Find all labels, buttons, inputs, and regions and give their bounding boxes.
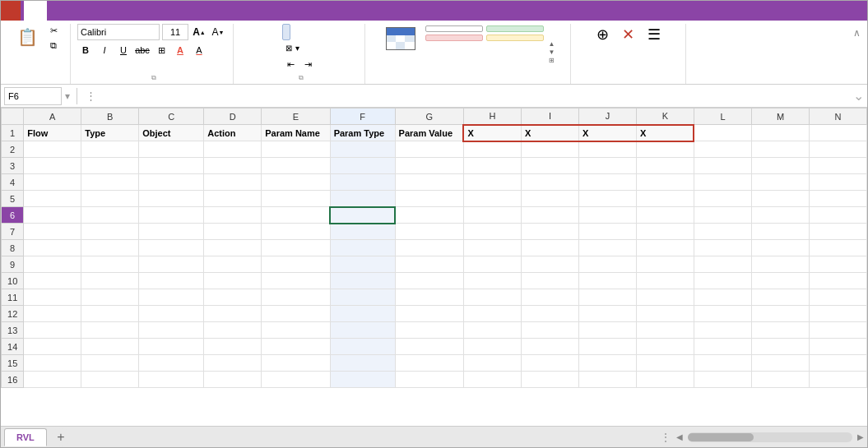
cell-H16[interactable] [463,372,521,388]
tab-spreadsheet[interactable] [24,1,47,21]
fill-color-button[interactable]: A [172,42,188,58]
formula-input[interactable] [114,90,852,102]
merge-dropdown-arrow[interactable]: ▾ [295,44,299,53]
cell-B4[interactable] [81,174,139,191]
cell-K6[interactable] [636,207,694,224]
cell-G3[interactable] [395,158,463,174]
cell-K15[interactable] [636,355,694,372]
cell-D4[interactable] [204,174,262,191]
cell-E7[interactable] [262,224,330,240]
col-header-A[interactable]: A [24,109,81,125]
cell-J5[interactable] [578,191,636,207]
add-sheet-button[interactable]: + [52,428,70,446]
col-header-L[interactable]: L [694,109,751,125]
col-header-G[interactable]: G [395,109,463,125]
cell-G1[interactable]: Param Value [395,125,463,141]
cell-B3[interactable] [81,158,139,174]
font-size-input[interactable] [162,24,188,40]
cell-I2[interactable] [521,141,578,158]
cell-G13[interactable] [395,322,463,339]
formula-bar-context[interactable]: ⋮ [82,88,99,104]
cell-N12[interactable] [809,306,866,322]
cell-F11[interactable] [330,289,395,306]
cell-L5[interactable] [694,191,751,207]
cell-N3[interactable] [809,158,866,174]
row-header-9[interactable]: 9 [2,256,24,273]
cell-L13[interactable] [694,322,751,339]
font-group-expand[interactable]: ⧉ [151,74,156,82]
insert-button[interactable]: ⊕ [592,24,614,45]
row-header-10[interactable]: 10 [2,273,24,289]
cell-G11[interactable] [395,289,463,306]
cell-F4[interactable] [330,174,395,191]
cell-J11[interactable] [578,289,636,306]
cell-J16[interactable] [578,372,636,388]
cell-M7[interactable] [751,224,809,240]
row-header-11[interactable]: 11 [2,289,24,306]
copy-button[interactable]: ⧉ [47,39,63,53]
col-header-E[interactable]: E [262,109,330,125]
scroll-left-button[interactable]: ◀ [676,432,683,441]
cell-I15[interactable] [521,355,578,372]
cell-H6[interactable] [463,207,521,224]
cell-A8[interactable] [24,240,81,256]
cell-D15[interactable] [204,355,262,372]
row-header-12[interactable]: 12 [2,306,24,322]
cell-C13[interactable] [139,322,204,339]
cell-L2[interactable] [694,141,751,158]
cell-L9[interactable] [694,256,751,273]
wrap-text-button[interactable] [282,24,290,40]
cell-H9[interactable] [463,256,521,273]
cell-B12[interactable] [81,306,139,322]
cell-L1[interactable] [694,125,751,141]
cell-N1[interactable] [809,125,866,141]
cell-I7[interactable] [521,224,578,240]
row-header-7[interactable]: 7 [2,224,24,240]
col-header-D[interactable]: D [204,109,262,125]
border-button[interactable]: ⊞ [153,42,169,58]
row-header-1[interactable]: 1 [2,125,24,141]
row-header-14[interactable]: 14 [2,339,24,355]
cell-D10[interactable] [204,273,262,289]
paste-button[interactable]: 📋 [11,24,44,52]
cell-A1[interactable]: Flow [24,125,81,141]
cell-E13[interactable] [262,322,330,339]
cell-A4[interactable] [24,174,81,191]
col-header-H[interactable]: H [463,109,521,125]
cell-C11[interactable] [139,289,204,306]
cell-G8[interactable] [395,240,463,256]
cell-L15[interactable] [694,355,751,372]
cell-A3[interactable] [24,158,81,174]
cell-D13[interactable] [204,322,262,339]
cell-I13[interactable] [521,322,578,339]
cell-C15[interactable] [139,355,204,372]
cell-B10[interactable] [81,273,139,289]
cell-L14[interactable] [694,339,751,355]
normal-style[interactable] [425,25,483,32]
name-box-dropdown[interactable]: ▾ [65,90,70,102]
cell-N5[interactable] [809,191,866,207]
cell-F9[interactable] [330,256,395,273]
cell-F5[interactable] [330,191,395,207]
cell-G15[interactable] [395,355,463,372]
increase-font-button[interactable]: A▲ [191,24,207,40]
cell-B16[interactable] [81,372,139,388]
cell-H11[interactable] [463,289,521,306]
cell-E6[interactable] [262,207,330,224]
cell-B6[interactable] [81,207,139,224]
format-table-button[interactable] [379,24,422,81]
merge-center-button[interactable]: ⊠ ▾ [282,42,303,54]
cell-M5[interactable] [751,191,809,207]
neutral-style[interactable] [486,35,544,41]
cell-D14[interactable] [204,339,262,355]
cell-E15[interactable] [262,355,330,372]
cell-A5[interactable] [24,191,81,207]
cell-K2[interactable] [636,141,694,158]
cut-button[interactable]: ✂ [47,24,63,38]
cell-N10[interactable] [809,273,866,289]
cell-I12[interactable] [521,306,578,322]
cell-K10[interactable] [636,273,694,289]
font-color-button[interactable]: A [191,42,207,58]
cell-H14[interactable] [463,339,521,355]
cell-I6[interactable] [521,207,578,224]
